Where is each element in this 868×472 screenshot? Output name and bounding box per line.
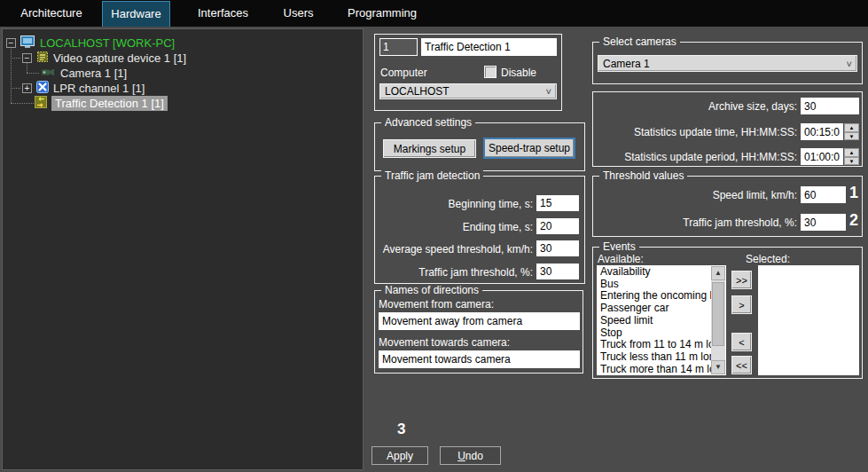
selected-label: Selected: (746, 253, 790, 265)
undo-accelerator: U (457, 450, 465, 462)
capture-device-icon (36, 51, 49, 66)
list-item[interactable]: Truck more than 14 m long (598, 364, 711, 374)
chevron-down-icon: ˅ (546, 88, 551, 95)
tree-item-label: LPR channel 1 [1] (53, 82, 145, 95)
available-events-list[interactable]: Availability Bus Entering the oncoming l… (597, 265, 726, 375)
stats-update-period-field[interactable] (801, 148, 843, 165)
available-label: Available: (598, 253, 644, 265)
tree-connector (11, 58, 20, 59)
list-item[interactable]: Stop (598, 327, 711, 340)
tree-item-traffic-detection[interactable]: Traffic Detection 1 [1] (35, 96, 168, 111)
directions-groupbox: Names of directions Movement from camera… (374, 290, 583, 374)
archive-size-field[interactable] (801, 98, 859, 114)
computer-select[interactable]: LOCALHOST ˅ (379, 83, 557, 99)
tab-interfaces[interactable]: Interfaces (181, 1, 265, 26)
avg-speed-threshold-label: Average speed threshold, km/h: (380, 243, 533, 256)
tree-item-video-device[interactable]: − Video capture device 1 [1] (22, 51, 186, 66)
expand-icon[interactable]: + (22, 83, 32, 93)
device-tree-panel: − LOCALHOST [WORK-PC] − Video capture de… (2, 28, 364, 470)
directions-title: Names of directions (381, 284, 482, 296)
tab-users[interactable]: Users (265, 1, 332, 26)
threshold-values-title: Threshold values (599, 169, 687, 182)
move-left-button[interactable]: < (731, 333, 752, 351)
tab-programming[interactable]: Programming (341, 1, 423, 26)
move-all-left-button[interactable]: << (731, 356, 752, 374)
move-right-button[interactable]: > (731, 295, 752, 314)
movement-from-label: Movement from camera: (379, 298, 494, 311)
spin-up-icon[interactable]: ▲ (844, 148, 859, 157)
traffic-jam-groupbox: Traffic jam detection Beginning time, s:… (374, 176, 585, 284)
list-item[interactable]: Truck less than 11 m long (598, 351, 711, 364)
spin-up-icon[interactable]: ▲ (844, 123, 859, 132)
beginning-time-label: Beginning time, s: (380, 198, 533, 210)
threshold-values-groupbox: Threshold values Speed limit, km/h: 1 Tr… (592, 176, 863, 237)
stats-update-time-field[interactable] (801, 123, 843, 140)
list-item[interactable]: Truck from 11 to 14 m long (598, 339, 711, 351)
tree-item-label: Video capture device 1 [1] (53, 51, 186, 65)
beginning-time-field[interactable] (536, 195, 579, 211)
tree-item-lpr[interactable]: + LPR channel 1 [1] (22, 81, 145, 96)
stats-update-period-stepper[interactable]: ▲▼ (844, 148, 859, 165)
apply-button[interactable]: Apply (371, 446, 428, 465)
monitor-icon (20, 35, 35, 51)
movement-from-field[interactable] (379, 312, 580, 330)
app-window: Architecture Hardware Interfaces Users P… (0, 0, 868, 472)
disable-label: Disable (501, 67, 536, 79)
stats-update-period-label: Statistics update period, HH:MM:SS: (597, 151, 797, 163)
tab-architecture[interactable]: Architecture (9, 1, 94, 26)
camera-icon (41, 67, 56, 80)
spin-down-icon[interactable]: ▼ (844, 157, 859, 166)
tree-item-localhost[interactable]: − LOCALHOST [WORK-PC] (6, 35, 175, 51)
movement-towards-field[interactable] (379, 350, 580, 368)
object-name-field[interactable] (421, 38, 557, 56)
advanced-settings-groupbox: Advanced settings Markings setup Speed-t… (374, 122, 585, 171)
tab-bar: Architecture Hardware Interfaces Users P… (0, 0, 868, 27)
avg-speed-threshold-field[interactable] (536, 240, 579, 256)
markings-setup-button[interactable]: Markings setup (383, 139, 476, 158)
identity-groupbox: Computer Disable LOCALHOST ˅ (374, 34, 562, 111)
callout-1: 1 (849, 184, 858, 202)
stats-update-time-stepper[interactable]: ▲▼ (844, 123, 859, 140)
advanced-settings-title: Advanced settings (381, 116, 475, 129)
list-item[interactable]: Availability (598, 266, 711, 279)
tree-item-camera[interactable]: Camera 1 [1] (41, 66, 127, 81)
jam-threshold-right-field[interactable] (801, 214, 846, 231)
statistics-groupbox: Archive size, days: Statistics update ti… (592, 91, 863, 167)
selected-events-list[interactable] (758, 265, 859, 375)
chevron-down-icon: ˅ (847, 60, 852, 67)
tree-connector (11, 45, 12, 103)
scrollbar[interactable]: ▲ ▼ (711, 266, 725, 374)
list-item[interactable]: Speed limit (598, 315, 711, 327)
undo-button[interactable]: Undo (440, 446, 501, 465)
spin-down-icon[interactable]: ▼ (844, 132, 859, 141)
object-id-field[interactable] (379, 38, 418, 56)
ending-time-label: Ending time, s: (380, 221, 533, 233)
speed-limit-field[interactable] (801, 186, 846, 203)
tree-connector (27, 73, 39, 74)
jam-threshold-field[interactable] (536, 264, 579, 279)
tree-connector (11, 88, 20, 89)
jam-threshold-label: Traffic jam threshold, %: (380, 266, 533, 279)
camera-select[interactable]: Camera 1 ˅ (598, 55, 857, 72)
speed-trap-setup-button[interactable]: Speed-trap setup (483, 138, 575, 159)
collapse-icon[interactable]: − (22, 53, 32, 63)
traffic-detection-icon (35, 96, 47, 111)
tree-item-label: LOCALHOST [WORK-PC] (40, 36, 175, 50)
scroll-down-icon[interactable]: ▼ (711, 360, 725, 374)
events-title: Events (599, 240, 639, 253)
scrollbar-thumb[interactable] (712, 282, 724, 346)
list-item[interactable]: Entering the oncoming lane (598, 290, 711, 303)
move-all-right-button[interactable]: >> (731, 271, 752, 289)
tab-hardware[interactable]: Hardware (102, 1, 170, 27)
select-cameras-groupbox: Select cameras Camera 1 ˅ (592, 42, 863, 84)
collapse-icon[interactable]: − (6, 38, 16, 48)
tree-item-label: Traffic Detection 1 [1] (51, 96, 168, 111)
ending-time-field[interactable] (536, 218, 579, 234)
scroll-up-icon[interactable]: ▲ (711, 266, 725, 280)
disable-checkbox[interactable] (484, 66, 497, 78)
computer-select-value: LOCALHOST (385, 85, 450, 98)
list-item[interactable]: Passenger car (598, 303, 711, 315)
tree-item-label: Camera 1 [1] (60, 67, 127, 80)
movement-towards-label: Movement towards camera: (379, 336, 510, 349)
list-item[interactable]: Bus (598, 279, 711, 291)
